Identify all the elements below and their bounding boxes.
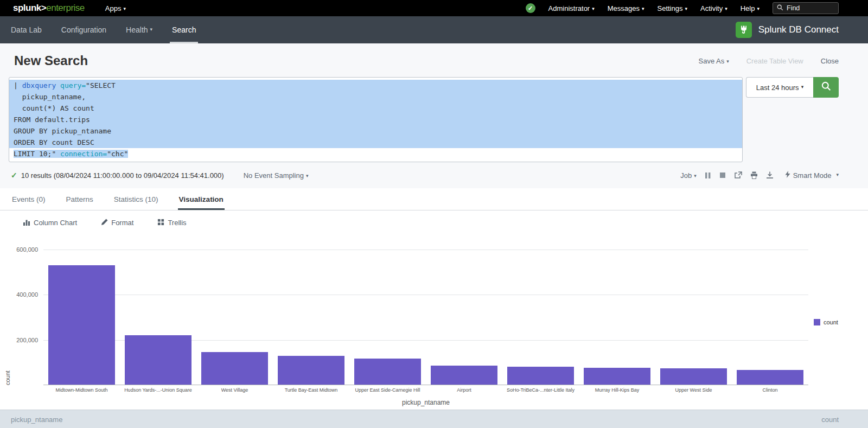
plot-area — [43, 250, 808, 385]
bar-hudson-yards-union-square[interactable] — [125, 335, 192, 385]
run-search-button[interactable] — [813, 77, 839, 98]
search-icon — [777, 4, 783, 12]
chart-type-picker[interactable]: Column Chart — [23, 218, 77, 227]
x-axis-labels: Midtown-Midtown SouthHudson Yards-...-Un… — [43, 387, 808, 393]
search-row: | dbxquery query="SELECT pickup_ntaname,… — [0, 77, 868, 162]
query-line-3: count(*) AS count — [9, 103, 742, 114]
caret-down-icon: ▾ — [306, 173, 309, 178]
topbar-menu-administrator[interactable]: Administrator▾ — [548, 4, 595, 12]
x-tick-label: Turtle Bay-East Midtown — [273, 387, 349, 393]
splunk-logo[interactable]: splunk>enterprise — [13, 3, 85, 14]
search-mode-menu[interactable]: Smart Mode▾ — [785, 171, 839, 180]
splunk-logo-product: enterprise — [46, 3, 85, 13]
x-tick-label: Midtown-Midtown South — [43, 387, 120, 393]
x-tick-label: SoHo-TriBeCa-...nter-Little Italy — [502, 387, 579, 393]
tab-events-0[interactable]: Events (0) — [11, 188, 47, 210]
apps-menu[interactable]: Apps▾ — [105, 4, 126, 12]
legend-item[interactable]: count — [814, 319, 838, 325]
y-axis: count 200,000400,000600,000 — [0, 250, 43, 385]
search-query-input[interactable]: | dbxquery query="SELECT pickup_ntaname,… — [9, 77, 743, 162]
appbar-item-search[interactable]: Search — [162, 16, 206, 43]
topbar-menu-settings[interactable]: Settings▾ — [658, 4, 688, 12]
bar-west-village[interactable] — [201, 352, 268, 385]
page-head: New Search Save As▾ Create Table View Cl… — [0, 43, 868, 77]
bar-upper-west-side[interactable] — [660, 368, 727, 385]
bar-slot — [426, 366, 502, 385]
stop-job-button[interactable] — [719, 172, 726, 178]
query-line-2: pickup_ntaname, — [9, 91, 742, 103]
print-button[interactable] — [750, 171, 758, 179]
caret-down-icon: ▾ — [685, 6, 687, 11]
query-line-4: FROM default.trips — [9, 114, 742, 125]
search-header-band: New Search Save As▾ Create Table View Cl… — [0, 43, 868, 188]
bar-midtown-midtown-south[interactable] — [48, 265, 115, 385]
bar-clinton[interactable] — [737, 370, 803, 385]
x-tick-label: Upper West Side — [655, 387, 732, 393]
pencil-icon — [101, 219, 108, 227]
caret-down-icon: ▾ — [801, 84, 804, 90]
y-tick-label: 200,000 — [16, 337, 38, 343]
tab-statistics-10[interactable]: Statistics (10) — [113, 188, 159, 210]
bar-soho-tribeca-nter-little-italy[interactable] — [507, 367, 574, 385]
bar-slot — [43, 265, 120, 385]
query-line-6: ORDER BY count DESC — [9, 137, 742, 148]
legend-label: count — [824, 319, 838, 325]
format-menu[interactable]: Format — [101, 219, 133, 227]
tab-patterns[interactable]: Patterns — [65, 188, 94, 210]
result-summary: 10 results (08/04/2024 11:00:00.000 to 0… — [21, 171, 224, 180]
pause-job-button[interactable] — [705, 172, 711, 179]
tab-visualization[interactable]: Visualization — [178, 188, 225, 210]
bar-slot — [273, 356, 349, 385]
bar-slot — [579, 368, 655, 385]
trellis-menu[interactable]: Trellis — [157, 219, 186, 227]
save-as-button[interactable]: Save As▾ — [698, 57, 729, 65]
find-search-input[interactable]: Find — [773, 2, 839, 14]
caret-down-icon: ▾ — [694, 173, 697, 178]
column-chart: count 200,000400,000600,000 count Midtow… — [0, 250, 868, 406]
health-check-icon[interactable]: ✓ — [526, 3, 535, 13]
results-row: ✓ 10 results (08/04/2024 11:00:00.000 to… — [0, 162, 868, 187]
query-line-7: LIMIT 10;" connection="chc" — [9, 148, 742, 159]
job-tools: Job▾ Smart Mode▾ — [680, 171, 839, 180]
bars-container — [43, 250, 808, 385]
table-header-pickup-ntaname[interactable]: pickup_ntaname — [11, 416, 62, 428]
trellis-grid-icon — [157, 219, 164, 227]
x-tick-label: Upper East Side-Carnegie Hill — [349, 387, 426, 393]
caret-down-icon: ▾ — [836, 172, 839, 177]
topbar-menu-help[interactable]: Help▾ — [741, 4, 760, 12]
job-menu[interactable]: Job▾ — [680, 171, 697, 180]
appbar-item-health[interactable]: Health▾ — [116, 16, 162, 43]
x-tick-label: Airport — [426, 387, 502, 393]
table-header-count[interactable]: count — [821, 416, 839, 428]
create-table-view-button[interactable]: Create Table View — [746, 57, 803, 65]
appbar-item-data-lab[interactable]: Data Lab — [1, 16, 52, 43]
results-check-icon: ✓ — [11, 171, 17, 180]
caret-down-icon: ▾ — [123, 6, 126, 11]
result-tabs: Events (0)PatternsStatistics (10)Visuali… — [0, 188, 868, 210]
smart-mode-icon — [785, 171, 790, 180]
topbar-menu-activity[interactable]: Activity▾ — [700, 4, 727, 12]
caret-down-icon: ▾ — [757, 6, 760, 11]
bar-slot — [732, 370, 808, 385]
appbar-right: Splunk DB Connect — [736, 16, 839, 43]
appbar: Data LabConfigurationHealth▾Search Splun… — [0, 16, 868, 43]
event-sampling-menu[interactable]: No Event Sampling▾ — [244, 171, 309, 180]
query-line-1: | dbxquery query="SELECT — [9, 80, 742, 91]
x-tick-label: Hudson Yards-...-Union Square — [120, 387, 196, 393]
caret-down-icon: ▾ — [592, 6, 595, 11]
bar-slot — [655, 368, 732, 385]
share-job-button[interactable] — [734, 171, 742, 179]
caret-down-icon: ▾ — [642, 6, 644, 11]
bar-slot — [502, 367, 579, 385]
export-download-button[interactable] — [766, 171, 774, 179]
y-tick-label: 400,000 — [16, 291, 38, 298]
bar-upper-east-side-carnegie-hill[interactable] — [354, 359, 421, 385]
bar-slot — [349, 359, 426, 385]
time-range-picker[interactable]: Last 24 hours▾ — [746, 77, 813, 98]
bar-airport[interactable] — [431, 366, 497, 385]
bar-turtle-bay-east-midtown[interactable] — [278, 356, 344, 385]
topbar-menu-messages[interactable]: Messages▾ — [608, 4, 644, 12]
bar-murray-hill-kips-bay[interactable] — [584, 368, 650, 385]
close-button[interactable]: Close — [821, 57, 839, 65]
appbar-item-configuration[interactable]: Configuration — [52, 16, 116, 43]
